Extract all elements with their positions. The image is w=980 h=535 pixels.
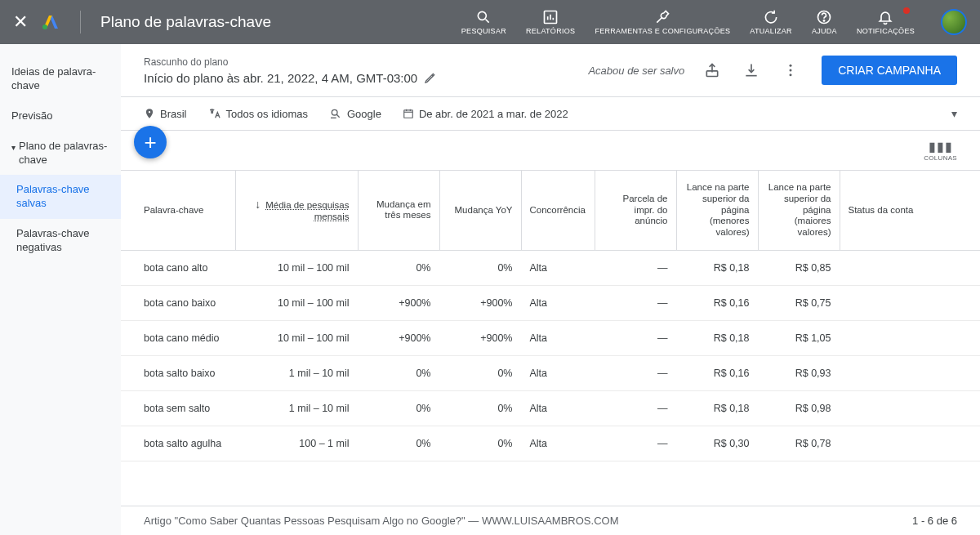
pencil-icon[interactable] bbox=[424, 71, 437, 84]
download-icon[interactable] bbox=[743, 62, 760, 78]
cell-top-low: R$ 0,18 bbox=[676, 390, 758, 426]
translate-icon bbox=[208, 107, 221, 120]
cell-change-3m: 0% bbox=[358, 390, 439, 426]
wrench-icon bbox=[654, 9, 670, 25]
cell-top-low: R$ 0,16 bbox=[676, 285, 758, 320]
plan-actions: CRIAR CAMPANHA bbox=[704, 56, 957, 85]
cell-competition: Alta bbox=[521, 250, 595, 285]
app-header: ✕ Plano de palavras-chave Pesquisar Rela… bbox=[0, 0, 980, 44]
share-icon[interactable] bbox=[704, 62, 720, 78]
sidebar-item-ideas[interactable]: Ideias de palavra-chave bbox=[0, 57, 121, 101]
cell-change-yoy: 0% bbox=[439, 390, 521, 426]
chevron-down-icon[interactable]: ▾ bbox=[951, 107, 957, 120]
calendar-icon bbox=[403, 108, 414, 119]
cell-keyword: bota cano baixo bbox=[121, 285, 235, 320]
cell-impr-share: — bbox=[595, 250, 676, 285]
add-button[interactable]: + bbox=[134, 126, 167, 158]
cell-avg: 1 mil – 10 mil bbox=[235, 390, 358, 426]
cell-keyword: bota sem salto bbox=[121, 390, 235, 426]
cell-competition: Alta bbox=[521, 390, 595, 426]
col-change-yoy[interactable]: Mudança YoY bbox=[439, 171, 521, 250]
svg-point-13 bbox=[790, 69, 792, 72]
svg-point-9 bbox=[824, 20, 825, 21]
cell-change-yoy: 0% bbox=[439, 355, 521, 390]
table-row[interactable]: bota salto baixo1 mil – 10 mil0%0%Alta—R… bbox=[121, 355, 980, 390]
cell-keyword: bota salto agulha bbox=[121, 426, 235, 461]
filter-daterange[interactable]: De abr. de 2021 a mar. de 2022 bbox=[403, 108, 568, 120]
refresh-icon bbox=[763, 9, 779, 25]
close-icon[interactable]: ✕ bbox=[13, 11, 28, 33]
filter-language[interactable]: Todos os idiomas bbox=[208, 107, 308, 120]
cell-change-3m: 0% bbox=[358, 355, 439, 390]
sidebar-item-negative-keywords[interactable]: Palavras-chave negativas bbox=[0, 219, 121, 263]
svg-point-14 bbox=[790, 74, 792, 76]
search-icon bbox=[475, 9, 492, 25]
table-row[interactable]: bota sem salto1 mil – 10 mil0%0%Alta—R$ … bbox=[121, 390, 980, 426]
avatar[interactable] bbox=[941, 9, 967, 35]
save-status: Acabou de ser salvo bbox=[588, 65, 684, 77]
divider bbox=[80, 11, 81, 33]
cell-top-high: R$ 0,98 bbox=[758, 390, 840, 426]
notifications-button[interactable]: Notificações bbox=[857, 9, 915, 35]
cell-status bbox=[840, 426, 980, 461]
cell-change-yoy: 0% bbox=[439, 426, 521, 461]
notification-badge bbox=[903, 7, 910, 14]
help-button[interactable]: Ajuda bbox=[812, 9, 837, 35]
table-row[interactable]: bota salto agulha100 – 1 mil0%0%Alta—R$ … bbox=[121, 426, 980, 461]
table-container: Palavra-chave ↓Média de pesquisas mensai… bbox=[121, 171, 980, 506]
header-tools: Pesquisar Relatórios Ferramentas e confi… bbox=[461, 9, 967, 35]
cell-keyword: bota cano médio bbox=[121, 320, 235, 355]
cell-status bbox=[840, 320, 980, 355]
svg-line-7 bbox=[657, 17, 663, 23]
search-button[interactable]: Pesquisar bbox=[461, 9, 506, 35]
table-row[interactable]: bota cano alto10 mil – 100 mil0%0%Alta—R… bbox=[121, 250, 980, 285]
search-network-icon bbox=[329, 107, 342, 120]
svg-point-15 bbox=[332, 109, 337, 115]
col-keyword[interactable]: Palavra-chave bbox=[121, 171, 235, 250]
cell-top-high: R$ 0,85 bbox=[758, 250, 840, 285]
cell-impr-share: — bbox=[595, 285, 676, 320]
tools-settings-button[interactable]: Ferramentas e configurações bbox=[595, 9, 730, 35]
cell-top-low: R$ 0,16 bbox=[676, 355, 758, 390]
col-competition[interactable]: Concorrência bbox=[521, 171, 595, 250]
location-pin-icon bbox=[144, 108, 155, 119]
col-change-3m[interactable]: Mudança em três meses bbox=[358, 171, 439, 250]
filter-location[interactable]: Brasil bbox=[144, 108, 187, 120]
cell-impr-share: — bbox=[595, 426, 676, 461]
cell-competition: Alta bbox=[521, 320, 595, 355]
col-impr-share[interactable]: Parcela de impr. do anúncio bbox=[595, 171, 676, 250]
table-row[interactable]: bota cano médio10 mil – 100 mil+900%+900… bbox=[121, 320, 980, 355]
cell-keyword: bota cano alto bbox=[121, 250, 235, 285]
col-avg-searches[interactable]: ↓Média de pesquisas mensais bbox=[235, 171, 358, 250]
col-top-low[interactable]: Lance na parte superior da página (menor… bbox=[676, 171, 758, 250]
bell-icon bbox=[877, 9, 893, 25]
cell-impr-share: — bbox=[595, 390, 676, 426]
filter-network[interactable]: Google bbox=[329, 107, 381, 120]
cell-top-low: R$ 0,18 bbox=[676, 250, 758, 285]
filter-bar: Brasil Todos os idiomas Google De abr. d… bbox=[121, 97, 980, 131]
more-vert-icon[interactable] bbox=[782, 62, 799, 78]
cell-status bbox=[840, 390, 980, 426]
refresh-button[interactable]: Atualizar bbox=[750, 9, 792, 35]
cell-avg: 10 mil – 100 mil bbox=[235, 285, 358, 320]
cell-avg: 10 mil – 100 mil bbox=[235, 250, 358, 285]
cell-competition: Alta bbox=[521, 426, 595, 461]
help-icon bbox=[816, 9, 832, 25]
keywords-table: Palavra-chave ↓Média de pesquisas mensai… bbox=[121, 171, 980, 461]
reports-button[interactable]: Relatórios bbox=[526, 9, 575, 35]
plan-subtext: Rascunho do plano bbox=[144, 56, 588, 68]
page-title: Plano de palavras-chave bbox=[100, 13, 271, 31]
cell-avg: 10 mil – 100 mil bbox=[235, 320, 358, 355]
sidebar-item-saved-keywords[interactable]: Palavras-chave salvas bbox=[0, 175, 121, 219]
col-account-status[interactable]: Status da conta bbox=[840, 171, 980, 250]
col-top-high[interactable]: Lance na parte superior da página (maior… bbox=[758, 171, 840, 250]
table-row[interactable]: bota cano baixo10 mil – 100 mil+900%+900… bbox=[121, 285, 980, 320]
columns-button[interactable]: ▮▮▮ COLUNAS bbox=[924, 139, 957, 162]
create-campaign-button[interactable]: CRIAR CAMPANHA bbox=[822, 56, 957, 85]
sidebar-item-plan[interactable]: Plano de palavras-chave bbox=[0, 132, 121, 176]
main-content: Rascunho do plano Início do plano às abr… bbox=[121, 44, 980, 535]
cell-top-high: R$ 0,78 bbox=[758, 426, 840, 461]
svg-line-16 bbox=[336, 114, 339, 117]
cell-status bbox=[840, 355, 980, 390]
sidebar-item-forecast[interactable]: Previsão bbox=[0, 101, 121, 132]
